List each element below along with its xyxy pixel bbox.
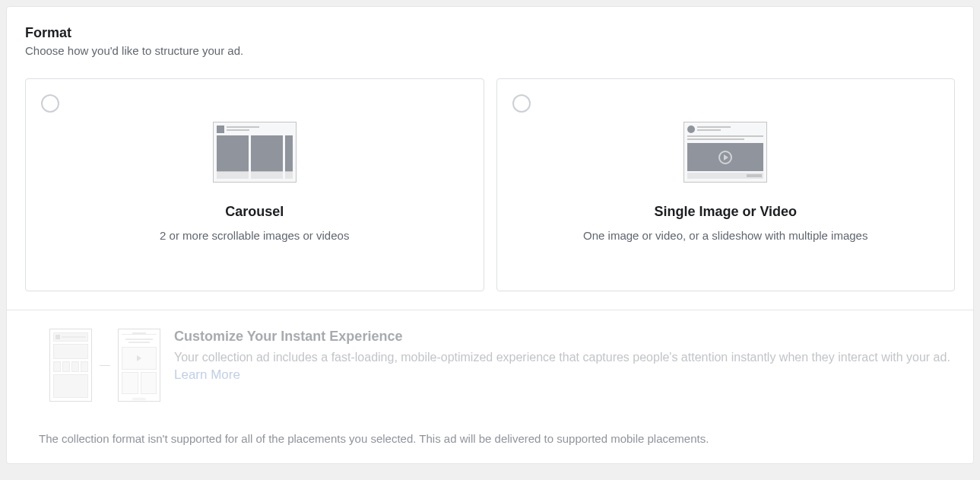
instant-experience-section: Customize Your Instant Experience Your c… xyxy=(25,329,955,402)
instant-experience-text: Customize Your Instant Experience Your c… xyxy=(174,329,955,384)
instant-experience-icon xyxy=(49,329,160,402)
format-options: Carousel 2 or more scrollable images or … xyxy=(25,78,955,291)
format-option-carousel[interactable]: Carousel 2 or more scrollable images or … xyxy=(25,78,484,291)
instant-experience-title: Customize Your Instant Experience xyxy=(174,329,955,345)
section-title: Format xyxy=(25,25,955,41)
card-content: Single Image or Video One image or video… xyxy=(512,94,940,242)
radio-carousel[interactable] xyxy=(41,94,59,113)
radio-single[interactable] xyxy=(512,94,531,113)
divider xyxy=(7,310,973,310)
instant-experience-description: Your collection ad includes a fast-loadi… xyxy=(174,349,955,384)
card-content: Carousel 2 or more scrollable images or … xyxy=(41,94,468,242)
format-section: Format Choose how you'd like to structur… xyxy=(6,6,974,464)
single-description: One image or video, or a slideshow with … xyxy=(583,229,867,242)
section-subtitle: Choose how you'd like to structure your … xyxy=(25,44,955,57)
carousel-title: Carousel xyxy=(225,204,284,220)
learn-more-link[interactable]: Learn More xyxy=(174,367,240,382)
play-icon xyxy=(718,151,732,164)
placement-warning: The collection format isn't supported fo… xyxy=(25,432,955,445)
format-option-single[interactable]: Single Image or Video One image or video… xyxy=(496,78,956,291)
arrow-icon xyxy=(100,365,110,366)
single-preview-icon xyxy=(683,122,767,183)
single-title: Single Image or Video xyxy=(654,204,797,220)
carousel-description: 2 or more scrollable images or videos xyxy=(160,229,349,242)
carousel-preview-icon xyxy=(213,122,297,183)
